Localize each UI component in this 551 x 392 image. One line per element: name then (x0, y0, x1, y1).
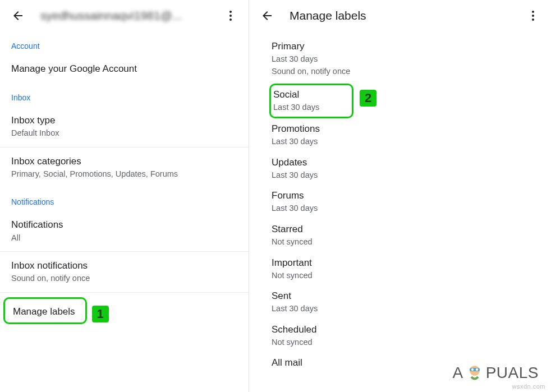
item-subtitle: Sound on, notify once (11, 273, 237, 284)
inbox-categories-item[interactable]: Inbox categories Primary, Social, Promot… (0, 147, 249, 188)
item-title: Inbox categories (11, 155, 237, 168)
arrow-back-icon (11, 9, 25, 22)
watermark: wsxdn.com (512, 383, 545, 390)
section-header-inbox: Inbox (0, 83, 249, 107)
item-title: Updates (272, 156, 540, 169)
back-button[interactable] (254, 2, 281, 29)
label-scheduled[interactable]: Scheduled Not synced (249, 319, 551, 353)
item-title: Inbox notifications (11, 260, 237, 272)
label-forums[interactable]: Forums Last 30 days (249, 185, 551, 219)
item-title: Sent (272, 290, 540, 302)
brand-prefix: A (452, 364, 463, 382)
manage-labels-pane: Manage labels Primary Last 30 days Sound… (249, 0, 551, 392)
page-title: Manage labels (281, 9, 520, 22)
settings-pane: syedhussainnaqvi1981@... Account Manage … (0, 0, 249, 392)
svg-point-1 (229, 15, 232, 17)
item-subtitle: Not synced (272, 337, 540, 348)
item-subtitle: Last 30 days (272, 136, 540, 147)
highlight-social: Social Last 30 days 2 (269, 84, 353, 118)
inbox-type-item[interactable]: Inbox type Default Inbox (0, 107, 249, 147)
item-subtitle: Last 30 days (273, 102, 319, 113)
item-subtitle: All (11, 233, 237, 244)
more-vert-icon (526, 9, 540, 22)
arrow-back-icon (260, 9, 274, 22)
back-button[interactable] (4, 2, 31, 29)
more-button[interactable] (217, 2, 244, 29)
label-sent[interactable]: Sent Last 30 days (249, 285, 551, 319)
label-promotions[interactable]: Promotions Last 30 days (249, 118, 551, 152)
manage-labels-item[interactable]: Manage labels (13, 306, 75, 318)
svg-point-3 (532, 11, 534, 13)
svg-rect-7 (470, 368, 480, 371)
item-title: Scheduled (272, 324, 540, 336)
mascot-icon (465, 363, 485, 383)
item-title: Primary (272, 40, 540, 53)
label-updates[interactable]: Updates Last 30 days (249, 152, 551, 186)
item-subtitle: Not synced (272, 270, 540, 282)
label-starred[interactable]: Starred Not synced (249, 219, 551, 252)
highlight-manage-labels: Manage labels 1 (3, 297, 87, 324)
item-title: Starred (272, 223, 540, 236)
item-subtitle: Sound on, notify once (272, 66, 540, 77)
more-button[interactable] (520, 2, 547, 29)
labels-list: Primary Last 30 days Sound on, notify on… (249, 31, 551, 374)
more-vert-icon (224, 9, 237, 22)
item-title: Important (272, 257, 540, 269)
svg-point-0 (229, 11, 232, 13)
item-title: Social (273, 89, 319, 101)
section-header-notifications: Notifications (0, 187, 249, 211)
account-email-title: syedhussainnaqvi1981@... (31, 9, 217, 22)
item-subtitle: Not synced (272, 237, 540, 248)
svg-point-5 (532, 19, 534, 21)
brand-logo: A PUALS (452, 363, 539, 383)
svg-point-4 (532, 15, 534, 17)
item-subtitle: Last 30 days (272, 170, 540, 181)
item-subtitle: Default Inbox (11, 128, 237, 139)
brand-suffix: PUALS (486, 364, 539, 382)
item-title: Notifications (11, 219, 237, 231)
section-header-account: Account (0, 31, 249, 55)
label-primary[interactable]: Primary Last 30 days Sound on, notify on… (249, 36, 551, 81)
item-title: Inbox type (11, 114, 237, 127)
annotation-badge-2: 2 (360, 90, 376, 107)
item-subtitle: Last 30 days (272, 54, 540, 65)
label-important[interactable]: Important Not synced (249, 252, 551, 286)
svg-point-2 (229, 19, 232, 21)
settings-header: syedhussainnaqvi1981@... (0, 0, 249, 31)
inbox-notifications-item[interactable]: Inbox notifications Sound on, notify onc… (0, 252, 249, 292)
manage-labels-header: Manage labels (249, 0, 551, 31)
manage-google-account-item[interactable]: Manage your Google Account (0, 55, 249, 83)
item-title: Manage your Google Account (11, 63, 237, 75)
label-social[interactable]: Social Last 30 days (273, 89, 319, 113)
item-title: Promotions (272, 123, 540, 135)
svg-point-9 (475, 368, 477, 371)
svg-point-8 (471, 368, 473, 371)
item-subtitle: Last 30 days (272, 303, 540, 315)
item-subtitle: Primary, Social, Promotions, Updates, Fo… (11, 169, 237, 180)
annotation-badge-1: 1 (92, 306, 109, 322)
item-subtitle: Last 30 days (272, 203, 540, 214)
item-title: Forums (272, 190, 540, 202)
notifications-item[interactable]: Notifications All (0, 211, 249, 251)
